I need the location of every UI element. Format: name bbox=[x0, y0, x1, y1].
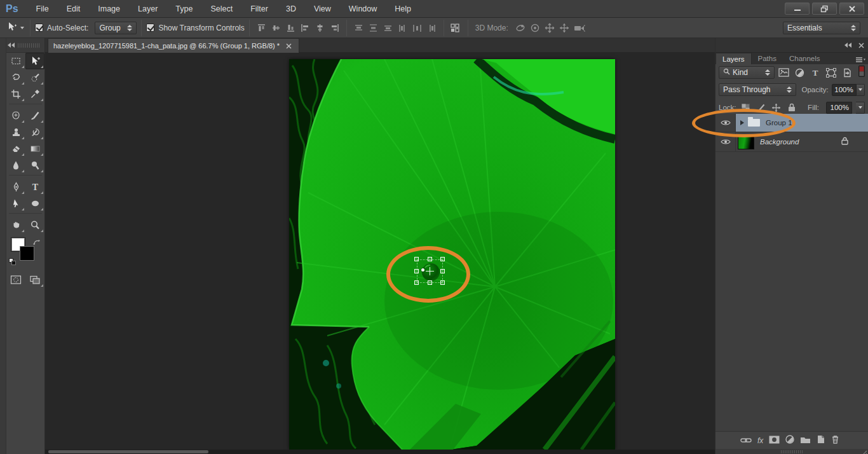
corner-resize-grip-icon[interactable] bbox=[861, 448, 867, 454]
tool-pen[interactable] bbox=[6, 179, 25, 195]
panel-grip[interactable] bbox=[18, 43, 41, 48]
close-panel-icon[interactable] bbox=[858, 39, 864, 51]
link-layers-icon[interactable] bbox=[740, 435, 752, 446]
distribute-bottom-edges-button[interactable] bbox=[382, 22, 394, 34]
tool-spot-healing-brush[interactable] bbox=[6, 107, 25, 124]
menu-window[interactable]: Window bbox=[340, 0, 386, 18]
tool-ellipse-shape[interactable] bbox=[25, 195, 44, 212]
background-color-swatch[interactable] bbox=[20, 246, 34, 261]
panel-tab-bar: Layers Paths Channels bbox=[715, 53, 868, 64]
align-vertical-centers-button[interactable] bbox=[270, 22, 282, 34]
tool-rectangular-marquee[interactable] bbox=[6, 53, 25, 69]
menu-layer[interactable]: Layer bbox=[129, 0, 166, 18]
add-layer-mask-icon[interactable] bbox=[769, 435, 780, 446]
tool-dodge[interactable] bbox=[25, 157, 44, 174]
blend-mode-dropdown[interactable]: Pass Through bbox=[719, 83, 796, 96]
filter-shape-layers-icon[interactable] bbox=[824, 67, 838, 79]
collapse-dock-icon[interactable] bbox=[844, 43, 852, 48]
tool-lasso[interactable] bbox=[6, 69, 25, 86]
auto-select-checkbox[interactable] bbox=[35, 24, 43, 32]
3d-drag-icon[interactable] bbox=[544, 22, 556, 34]
menu-filter[interactable]: Filter bbox=[241, 0, 277, 18]
tool-quick-selection[interactable] bbox=[25, 69, 44, 86]
align-right-edges-button[interactable] bbox=[329, 22, 341, 34]
tool-blur[interactable] bbox=[6, 157, 25, 174]
menu-select[interactable]: Select bbox=[201, 0, 241, 18]
tool-brush[interactable] bbox=[25, 107, 44, 124]
tool-horizontal-type[interactable]: T bbox=[25, 179, 44, 195]
close-button[interactable] bbox=[839, 3, 864, 15]
tool-eraser[interactable] bbox=[6, 141, 25, 157]
layer-name[interactable]: Background bbox=[760, 138, 799, 146]
workspace-switcher-dropdown[interactable]: Essentials bbox=[783, 22, 860, 34]
tool-move[interactable] bbox=[25, 53, 44, 69]
delete-layer-icon[interactable] bbox=[831, 435, 839, 446]
tools-panel-header[interactable] bbox=[6, 38, 44, 53]
tool-hand[interactable] bbox=[6, 217, 25, 233]
quick-mask-mode-button[interactable] bbox=[6, 272, 25, 288]
panel-resize-grip[interactable] bbox=[715, 449, 868, 454]
layer-filtering-toggle[interactable] bbox=[858, 65, 865, 79]
auto-align-layers-button[interactable] bbox=[450, 22, 462, 34]
tab-close-icon[interactable] bbox=[286, 43, 292, 49]
filter-type-layers-icon[interactable]: T bbox=[808, 67, 822, 79]
filter-pixel-layers-icon[interactable] bbox=[776, 67, 790, 79]
lock-all-icon[interactable] bbox=[786, 102, 797, 113]
filter-smart-objects-icon[interactable] bbox=[840, 67, 854, 79]
horizontal-scrollbar-thumb[interactable] bbox=[48, 450, 208, 453]
distribute-right-edges-button[interactable] bbox=[426, 22, 438, 34]
collapse-panel-icon[interactable] bbox=[8, 43, 15, 48]
3d-camera-icon[interactable] bbox=[573, 22, 585, 34]
menu-edit[interactable]: Edit bbox=[58, 0, 90, 18]
annotation-ellipse-canvas bbox=[386, 246, 470, 303]
show-transform-controls-checkbox[interactable] bbox=[146, 24, 154, 32]
restore-button[interactable] bbox=[812, 3, 837, 15]
distribute-horizontal-centers-button[interactable] bbox=[411, 22, 423, 34]
tab-channels[interactable]: Channels bbox=[783, 53, 827, 64]
3d-rotate-icon[interactable] bbox=[515, 22, 527, 34]
3d-roll-icon[interactable] bbox=[529, 22, 541, 34]
tool-clone-stamp[interactable] bbox=[6, 124, 25, 141]
fill-value[interactable]: 100% bbox=[826, 102, 852, 114]
distribute-vertical-centers-button[interactable] bbox=[367, 22, 379, 34]
menu-file[interactable]: File bbox=[27, 0, 58, 18]
distribute-left-edges-button[interactable] bbox=[397, 22, 409, 34]
new-layer-icon[interactable] bbox=[817, 435, 825, 446]
tool-path-selection[interactable] bbox=[6, 195, 25, 212]
screen-mode-button[interactable] bbox=[25, 272, 44, 288]
tool-history-brush[interactable] bbox=[25, 124, 44, 141]
align-top-edges-button[interactable] bbox=[255, 22, 268, 34]
opacity-dropdown-button[interactable] bbox=[857, 84, 865, 96]
default-colors-icon[interactable] bbox=[9, 258, 16, 265]
horizontal-scrollbar[interactable] bbox=[45, 450, 715, 454]
tool-eyedropper[interactable] bbox=[25, 86, 44, 102]
distribute-top-edges-button[interactable] bbox=[353, 22, 365, 34]
filter-kind-dropdown[interactable]: Kind bbox=[719, 66, 775, 79]
layer-style-fx-button[interactable]: fx bbox=[757, 436, 763, 445]
tool-gradient[interactable] bbox=[25, 141, 44, 157]
menu-type[interactable]: Type bbox=[166, 0, 201, 18]
menu-image[interactable]: Image bbox=[89, 0, 129, 18]
minimize-button[interactable] bbox=[785, 3, 810, 15]
tab-paths[interactable]: Paths bbox=[752, 53, 783, 64]
panel-menu-icon[interactable] bbox=[855, 55, 865, 66]
current-tool-button[interactable] bbox=[6, 22, 24, 34]
opacity-value[interactable]: 100% bbox=[832, 84, 857, 96]
new-group-icon[interactable] bbox=[800, 435, 811, 446]
tool-zoom[interactable] bbox=[25, 217, 44, 233]
tool-preset-dropdown-icon[interactable] bbox=[20, 27, 24, 29]
align-horizontal-centers-button[interactable] bbox=[314, 22, 326, 34]
tool-crop[interactable] bbox=[6, 86, 25, 102]
menu-3d[interactable]: 3D bbox=[277, 0, 305, 18]
tab-layers[interactable]: Layers bbox=[715, 53, 752, 64]
auto-select-mode-dropdown[interactable]: Group bbox=[95, 22, 137, 34]
align-left-edges-button[interactable] bbox=[299, 22, 311, 34]
3d-slide-icon[interactable] bbox=[559, 22, 571, 34]
align-bottom-edges-button[interactable] bbox=[285, 22, 297, 34]
menu-view[interactable]: View bbox=[305, 0, 340, 18]
fill-dropdown-button[interactable] bbox=[856, 102, 865, 114]
document-tab[interactable]: hazeleyeblog_1207715981_1-cha_pata.jpg @… bbox=[48, 38, 299, 53]
menu-help[interactable]: Help bbox=[386, 0, 420, 18]
adjustment-layer-icon[interactable] bbox=[785, 435, 794, 446]
filter-adjustment-layers-icon[interactable] bbox=[792, 67, 806, 79]
